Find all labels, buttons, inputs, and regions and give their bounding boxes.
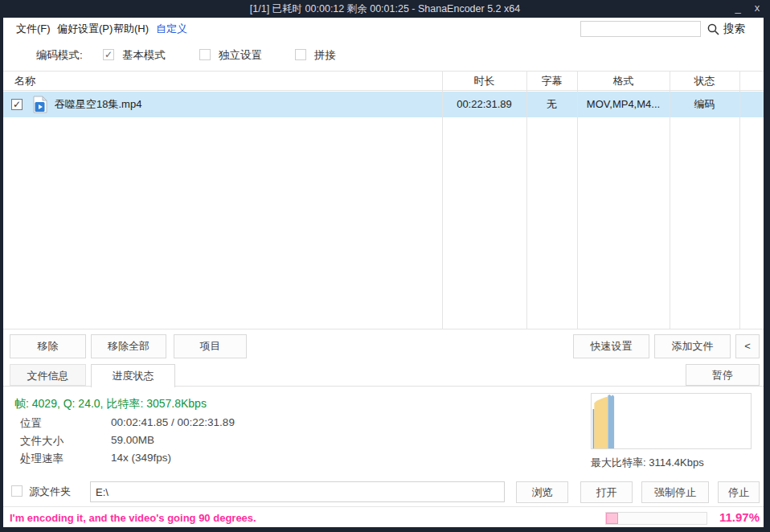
app-window: [1/1] 已耗时 00:00:12 剩余 00:01:25 - ShanaEn… xyxy=(0,0,770,532)
column-divider xyxy=(526,72,527,329)
file-format: MOV,MP4,M4... xyxy=(577,92,670,117)
window-title: [1/1] 已耗时 00:00:12 剩余 00:01:25 - ShanaEn… xyxy=(0,0,770,18)
close-button[interactable]: x xyxy=(747,0,767,18)
position-value: 00:02:41.85 / 00:22:31.89 xyxy=(111,416,235,428)
file-duration: 00:22:31.89 xyxy=(442,92,526,117)
status-message: I'm encoding it, and the video's going 9… xyxy=(10,509,256,527)
minimize-button[interactable]: _ xyxy=(728,0,747,18)
speed-value: 14x (349fps) xyxy=(111,452,171,464)
remove-button[interactable]: 移除 xyxy=(10,334,86,358)
statusbar-divider xyxy=(3,506,764,507)
file-size-value: 59.00MB xyxy=(111,434,154,446)
column-divider xyxy=(577,72,578,329)
basic-mode-label: 基本模式 xyxy=(122,49,166,61)
collapse-button[interactable]: < xyxy=(735,334,760,358)
bitrate-chart-svg xyxy=(592,394,751,448)
col-header-duration[interactable]: 时长 xyxy=(442,72,526,91)
row-checkbox[interactable]: ✓ xyxy=(11,99,23,110)
encode-stats-line: 帧: 4029, Q: 24.0, 比特率: 3057.8Kbps xyxy=(14,397,207,411)
source-folder-checkbox[interactable] xyxy=(11,485,23,497)
remove-all-button[interactable]: 移除全部 xyxy=(91,334,166,358)
encoding-mode-label: 编码模式: xyxy=(36,40,83,71)
mode-option-concat[interactable]: 拼接 xyxy=(295,40,336,71)
col-header-status[interactable]: 状态 xyxy=(670,72,739,91)
position-label: 位置 xyxy=(20,416,42,431)
search-button[interactable]: 搜索 xyxy=(723,18,745,40)
column-divider xyxy=(442,72,443,329)
titlebar[interactable]: [1/1] 已耗时 00:00:12 剩余 00:01:25 - ShanaEn… xyxy=(0,0,770,18)
independent-settings-checkbox[interactable] xyxy=(199,49,211,60)
browse-button[interactable]: 浏览 xyxy=(516,481,568,503)
file-name: 吞噬星空18集.mp4 xyxy=(55,92,141,117)
encode-progress-fill xyxy=(606,513,618,524)
source-path-input[interactable] xyxy=(90,481,505,502)
quick-settings-button[interactable]: 快速设置 xyxy=(573,334,649,358)
encoding-mode-bar: 编码模式: ✓基本模式 独立设置 拼接 xyxy=(3,40,764,71)
menu-customize[interactable]: 自定义 xyxy=(153,18,190,40)
independent-settings-label: 独立设置 xyxy=(219,49,262,61)
open-button[interactable]: 打开 xyxy=(580,481,633,503)
column-divider xyxy=(739,72,740,329)
force-stop-button[interactable]: 强制停止 xyxy=(641,481,709,503)
bitrate-chart xyxy=(591,393,752,449)
encode-percent: 11.97% xyxy=(711,508,760,527)
file-queue-table: 名称 时长 字幕 格式 状态 ✓ 吞噬星空18集.mp4 00:22:31.89… xyxy=(3,71,764,329)
menu-help[interactable]: 帮助(H) xyxy=(110,18,152,40)
column-divider xyxy=(670,72,670,329)
search-input[interactable] xyxy=(580,21,701,37)
basic-mode-checkbox[interactable]: ✓ xyxy=(103,49,114,60)
file-subtitles: 无 xyxy=(526,92,577,117)
tab-progress-status[interactable]: 进度状态 xyxy=(91,364,175,387)
concat-checkbox[interactable] xyxy=(295,49,306,60)
col-header-name[interactable]: 名称 xyxy=(14,72,35,91)
menubar: 文件(F) 偏好设置(P) 帮助(H) 自定义 搜索 xyxy=(3,18,764,40)
file-size-label: 文件大小 xyxy=(20,434,63,448)
col-header-subtitles[interactable]: 字幕 xyxy=(526,72,577,91)
table-header: 名称 时长 字幕 格式 状态 xyxy=(3,72,764,91)
table-row[interactable]: ✓ 吞噬星空18集.mp4 00:22:31.89 无 MOV,MP4,M4..… xyxy=(3,92,764,117)
max-bitrate-label: 最大比特率: 3114.4Kbps xyxy=(591,456,704,470)
tab-file-info[interactable]: 文件信息 xyxy=(10,364,86,386)
file-status: 编码 xyxy=(670,92,739,117)
search-icon[interactable] xyxy=(707,23,719,35)
menu-file[interactable]: 文件(F) xyxy=(13,18,54,40)
source-folder-label: 源文件夹 xyxy=(29,481,71,503)
encode-progress-bar xyxy=(605,512,707,525)
concat-label: 拼接 xyxy=(314,49,336,61)
project-button[interactable]: 项目 xyxy=(174,334,247,358)
mode-option-basic[interactable]: ✓基本模式 xyxy=(103,40,166,71)
speed-label: 处理速率 xyxy=(20,452,63,466)
mode-option-independent[interactable]: 独立设置 xyxy=(199,40,262,71)
stop-button[interactable]: 停止 xyxy=(718,481,760,503)
video-file-icon xyxy=(32,96,48,113)
window-content: 文件(F) 偏好设置(P) 帮助(H) 自定义 搜索 编码模式: ✓基本模式 独… xyxy=(3,18,764,527)
col-header-format[interactable]: 格式 xyxy=(577,72,670,91)
menu-preferences[interactable]: 偏好设置(P) xyxy=(54,18,116,40)
pause-button[interactable]: 暂停 xyxy=(686,364,760,386)
add-files-button[interactable]: 添加文件 xyxy=(654,334,731,358)
